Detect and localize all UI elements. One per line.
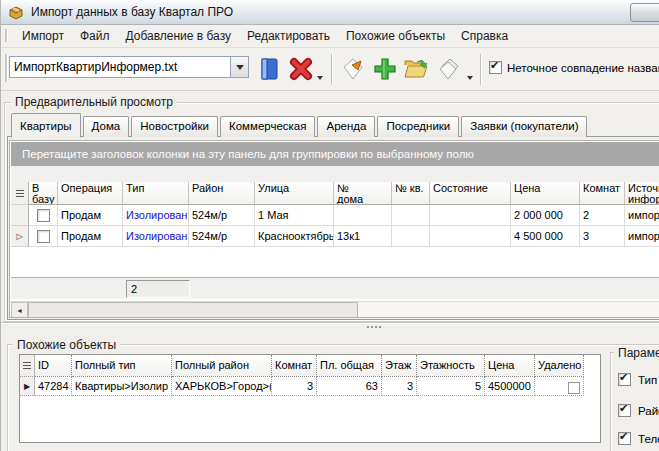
- column-header-house-no[interactable]: № дома: [334, 182, 392, 205]
- table-row-selected[interactable]: ▶ 47284 Квартиры>Изолир ХАРЬКОВ>Город>( …: [20, 377, 584, 396]
- rooms-cell[interactable]: 3: [272, 377, 317, 396]
- grid-customize-icon[interactable]: [20, 355, 35, 377]
- delete-dropdown-button[interactable]: [315, 72, 325, 84]
- checkbox-icon[interactable]: [618, 432, 631, 445]
- horizontal-scrollbar[interactable]: ◄: [11, 301, 659, 318]
- column-header-operation[interactable]: Операция: [58, 182, 123, 205]
- column-header-full-type[interactable]: Полный тип: [72, 355, 172, 377]
- full-district-cell[interactable]: ХАРЬКОВ>Город>(: [172, 377, 272, 396]
- column-header-deleted[interactable]: Удалено: [535, 355, 584, 377]
- fuzzy-match-checkbox[interactable]: Неточное совпадение названий: [489, 61, 659, 74]
- checkbox-icon[interactable]: [37, 230, 50, 243]
- column-header-state[interactable]: Состояние: [430, 182, 511, 205]
- open-notebook-button[interactable]: [255, 54, 283, 84]
- price-cell[interactable]: 2 000 000: [511, 205, 580, 226]
- total-area-cell[interactable]: 63: [317, 377, 382, 396]
- tab-posredniki[interactable]: Посредники: [377, 116, 459, 137]
- column-header-full-district[interactable]: Полный район: [172, 355, 272, 377]
- column-header-id[interactable]: ID: [35, 355, 72, 377]
- house-no-cell[interactable]: [334, 205, 392, 226]
- tab-kvartiry[interactable]: Квартиры: [11, 113, 81, 138]
- column-header-source[interactable]: Источник информации: [625, 182, 659, 205]
- column-header-total-area[interactable]: Пл. общая: [317, 355, 382, 377]
- checkbox-icon[interactable]: [489, 61, 502, 74]
- source-cell[interactable]: импорт: [625, 226, 659, 247]
- state-cell[interactable]: [430, 205, 511, 226]
- apt-no-cell[interactable]: [392, 226, 430, 247]
- scroll-left-button[interactable]: ◄: [11, 302, 28, 318]
- district-cell[interactable]: 524м/р: [189, 226, 255, 247]
- grid-customize-icon[interactable]: [11, 182, 29, 205]
- param-district-checkbox[interactable]: Район: [618, 404, 659, 417]
- full-type-cell[interactable]: Квартиры>Изолир: [72, 377, 172, 396]
- tags-dropdown-button[interactable]: [465, 72, 475, 84]
- import-tag-button[interactable]: [339, 54, 367, 84]
- price-cell[interactable]: 4500000: [485, 377, 535, 396]
- price-cell[interactable]: 4 500 000: [511, 226, 580, 247]
- group-by-panel[interactable]: Перетащите заголовок колонки на эту пане…: [11, 142, 659, 166]
- table-row-selected[interactable]: ▷ Продам Изолирован 524м/р Краснооктябрь…: [11, 226, 659, 247]
- menu-add-to-base[interactable]: Добавление в базу: [117, 26, 239, 46]
- street-cell[interactable]: Краснооктябрь: [255, 226, 334, 247]
- menu-import[interactable]: Импорт: [14, 26, 72, 46]
- delete-button[interactable]: [287, 54, 315, 84]
- tab-kommercheskaya[interactable]: Коммерческая: [220, 116, 316, 137]
- column-header-floor[interactable]: Этаж: [382, 355, 417, 377]
- import-file-combobox[interactable]: ИмпортКвартирИнформер.txt: [9, 56, 249, 78]
- id-cell[interactable]: 47284: [35, 377, 72, 396]
- param-phone-checkbox[interactable]: Телефон: [618, 432, 659, 445]
- in-base-cell[interactable]: [29, 226, 58, 247]
- floor-cell[interactable]: 3: [382, 377, 417, 396]
- scrollbar-thumb[interactable]: [28, 302, 358, 318]
- type-cell[interactable]: Изолирован: [123, 226, 189, 247]
- tags-button[interactable]: [435, 54, 463, 84]
- column-header-rooms[interactable]: Комнат: [272, 355, 317, 377]
- checkbox-icon[interactable]: [618, 373, 631, 386]
- floors-total-cell[interactable]: 5: [417, 377, 485, 396]
- source-cell[interactable]: импорт: [625, 205, 659, 226]
- tab-zayavki[interactable]: Заявки (покупатели): [461, 116, 587, 137]
- open-folder-button[interactable]: [402, 54, 430, 84]
- column-header-type[interactable]: Тип: [123, 182, 189, 205]
- toolbar-grip[interactable]: [5, 54, 8, 82]
- splitter[interactable]: [1, 322, 659, 324]
- checkbox-icon[interactable]: [568, 382, 580, 394]
- param-type-checkbox[interactable]: Тип: [618, 373, 657, 386]
- combo-dropdown-button[interactable]: [230, 57, 248, 77]
- street-cell[interactable]: 1 Мая: [255, 205, 334, 226]
- table-row[interactable]: Продам Изолирован 524м/р 1 Мая 2 000 000…: [11, 205, 659, 226]
- menu-help[interactable]: Справка: [453, 26, 516, 46]
- menu-file[interactable]: Файл: [72, 26, 118, 46]
- rooms-cell[interactable]: 2: [580, 205, 625, 226]
- minimize-button[interactable]: [630, 3, 659, 22]
- state-cell[interactable]: [430, 226, 511, 247]
- operation-cell[interactable]: Продам: [58, 205, 123, 226]
- tab-arenda[interactable]: Аренда: [317, 116, 375, 137]
- menu-edit[interactable]: Редактировать: [239, 26, 338, 46]
- column-header-apt-no[interactable]: № кв.: [392, 182, 430, 205]
- checkbox-icon[interactable]: [37, 209, 50, 222]
- add-button[interactable]: [371, 54, 399, 84]
- splitter-grip-icon[interactable]: [367, 326, 381, 328]
- column-header-floors-total[interactable]: Этажность: [417, 355, 485, 377]
- column-header-price[interactable]: Цена: [511, 182, 580, 205]
- column-header-street[interactable]: Улица: [255, 182, 334, 205]
- column-header-in-base[interactable]: В базу: [29, 182, 58, 205]
- tab-novostroyki[interactable]: Новостройки: [131, 116, 218, 137]
- column-header-district[interactable]: Район: [189, 182, 255, 205]
- deleted-cell[interactable]: [535, 377, 584, 396]
- column-header-rooms[interactable]: Комнат: [580, 182, 625, 205]
- house-no-cell[interactable]: 13к1: [334, 226, 392, 247]
- menu-similar-objects[interactable]: Похожие объекты: [338, 26, 453, 46]
- in-base-cell[interactable]: [29, 205, 58, 226]
- import-file-value[interactable]: ИмпортКвартирИнформер.txt: [10, 57, 230, 77]
- tab-doma[interactable]: Дома: [83, 116, 130, 137]
- district-cell[interactable]: 524м/р: [189, 205, 255, 226]
- operation-cell[interactable]: Продам: [58, 226, 123, 247]
- checkbox-icon[interactable]: [618, 404, 631, 417]
- column-header-price[interactable]: Цена: [485, 355, 535, 377]
- type-cell[interactable]: Изолирован: [123, 205, 189, 226]
- rooms-cell[interactable]: 3: [580, 226, 625, 247]
- apt-no-cell[interactable]: [392, 205, 430, 226]
- menubar-grip[interactable]: [5, 29, 8, 42]
